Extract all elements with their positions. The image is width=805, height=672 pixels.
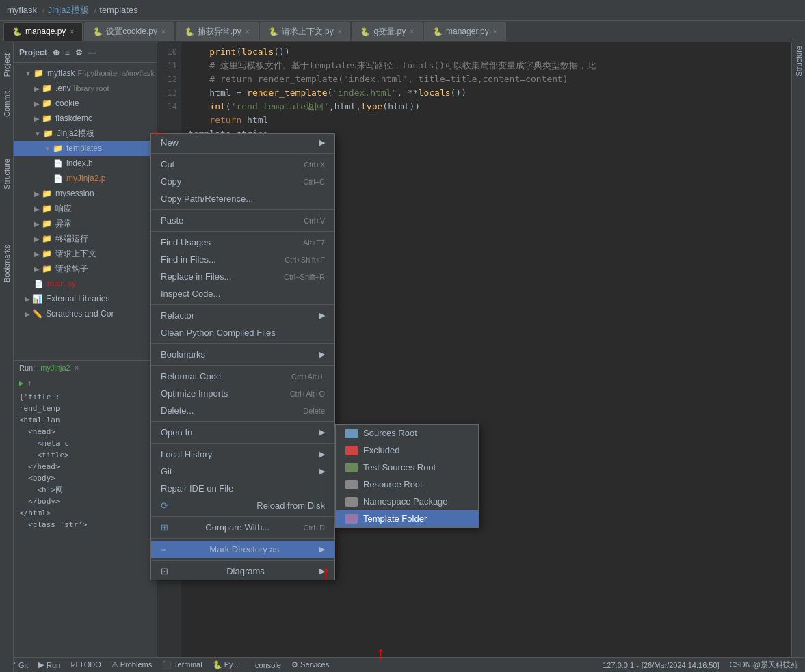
- chevron-root: ▼: [25, 70, 31, 77]
- tree-scratches[interactable]: ▶ ✏️ Scratches and Cor: [14, 306, 157, 321]
- status-terminal[interactable]: ⬛ Terminal: [162, 660, 202, 669]
- sub-excluded-label: Excluded: [363, 445, 399, 455]
- sub-sources-root[interactable]: Sources Root: [336, 425, 478, 442]
- toolbar-icon-3[interactable]: ⚙: [75, 48, 83, 57]
- toolbar-icon-1[interactable]: ⊕: [53, 48, 60, 57]
- status-services[interactable]: ⚙ Services: [291, 660, 329, 669]
- toolbar-icon-2[interactable]: ≡: [65, 48, 70, 57]
- line-num-11: 11: [168, 59, 177, 72]
- tab-setcookie-close[interactable]: ×: [161, 28, 166, 36]
- status-todo[interactable]: ☑ TODO: [70, 660, 101, 669]
- tab-exception[interactable]: 🐍 捕获异常.py ×: [176, 22, 259, 41]
- ctx-inspect[interactable]: Inspect Code...: [151, 285, 334, 302]
- ctx-open-in[interactable]: Open In ▶: [151, 424, 334, 441]
- chevron-reqctx: ▶: [34, 250, 40, 258]
- ctx-refactor[interactable]: Refactor ▶: [151, 307, 334, 324]
- sidebar-bookmarks-label[interactable]: Bookmarks: [1, 239, 12, 288]
- ctx-find-files[interactable]: Find in Files... Ctrl+Shift+F: [151, 251, 334, 268]
- tree-flaskdemo[interactable]: ▶ 📁 flaskdemo: [14, 111, 157, 126]
- tab-request-close[interactable]: ×: [338, 28, 342, 36]
- run-line-6: <title>: [19, 449, 151, 461]
- tab-manage[interactable]: 🐍 manage.py ×: [3, 22, 83, 41]
- sub-namespace-pkg-label: Namespace Package: [363, 496, 448, 507]
- ctx-open-in-label: Open In: [161, 427, 192, 438]
- tree-exception2[interactable]: ▶ 📁 异常: [14, 216, 157, 231]
- ctx-paste[interactable]: Paste Ctrl+V: [151, 212, 334, 229]
- tab-gvar-close[interactable]: ×: [410, 28, 414, 36]
- tree-cookie[interactable]: ▶ 📁 cookie: [14, 96, 157, 111]
- chevron-extlibs: ▶: [25, 295, 30, 303]
- ctx-delete[interactable]: Delete... Delete: [151, 402, 334, 419]
- ctx-local-history[interactable]: Local History ▶: [151, 446, 334, 463]
- ctx-reformat[interactable]: Reformat Code Ctrl+Alt+L: [151, 368, 334, 385]
- tree-mysession[interactable]: ▶ 📁 mysession: [14, 186, 157, 201]
- tree-root[interactable]: ▼ 📁 myflask F:\pythonitems\myflask: [14, 66, 157, 81]
- sub-excluded[interactable]: Excluded: [336, 442, 478, 459]
- tree-myjinja[interactable]: 📄 myJinja2.p: [14, 171, 157, 186]
- sidebar-commit-label[interactable]: Commit: [1, 85, 12, 122]
- tab-manage-close[interactable]: ×: [70, 28, 74, 36]
- ctx-reload[interactable]: ⟳ Reload from Disk: [151, 497, 334, 514]
- sidebar-project-label[interactable]: Project: [1, 48, 12, 82]
- title-project: myflask: [7, 5, 37, 15]
- tree-mainpy-label: main.py: [47, 279, 76, 288]
- tree-terminal[interactable]: ▶ 📁 终端运行: [14, 231, 157, 246]
- run-tab-myjinja[interactable]: myJinja2: [40, 364, 70, 372]
- ctx-clean[interactable]: Clean Python Compiled Files: [151, 324, 334, 341]
- context-menu: New ▶ Cut Ctrl+X Copy Ctrl+C Copy Path/R…: [150, 133, 335, 580]
- ctx-new[interactable]: New ▶: [151, 134, 334, 151]
- ctx-compare[interactable]: ⊞ Compare With... Ctrl+D: [151, 519, 334, 536]
- sub-namespace-pkg[interactable]: Namespace Package: [336, 493, 478, 510]
- ctx-find-usages[interactable]: Find Usages Alt+F7: [151, 234, 334, 251]
- sub-resource-root[interactable]: Resource Root: [336, 476, 478, 493]
- status-problems[interactable]: ⚠ Problems: [111, 660, 153, 669]
- ctx-mark-dir[interactable]: ≡ Mark Directory as ▶: [151, 541, 334, 558]
- tree-response[interactable]: ▶ 📁 响应: [14, 201, 157, 216]
- ctx-optimize[interactable]: Optimize Imports Ctrl+Alt+O: [151, 385, 334, 402]
- status-python[interactable]: 🐍 Py...: [213, 660, 239, 669]
- tree-extlibs-label: External Libraries: [46, 294, 109, 304]
- tree-templates[interactable]: ▼ 📁 templates: [14, 141, 157, 156]
- tree-mainpy[interactable]: 📄 main.py: [14, 276, 157, 291]
- status-run[interactable]: ▶ Run: [38, 660, 60, 669]
- tab-exception-close[interactable]: ×: [246, 28, 250, 36]
- ctx-repair[interactable]: Repair IDE on File: [151, 480, 334, 497]
- ctx-new-label: New: [161, 137, 179, 148]
- tab-setcookie[interactable]: 🐍 设置cookie.py ×: [84, 22, 174, 41]
- tab-request[interactable]: 🐍 请求上下文.py ×: [260, 22, 351, 41]
- tree-indexh-label: index.h: [66, 159, 93, 168]
- tab-manager-close[interactable]: ×: [493, 28, 497, 36]
- tree-root-label: myflask: [47, 68, 75, 78]
- ctx-copy[interactable]: Copy Ctrl+C: [151, 173, 334, 190]
- sub-test-sources[interactable]: Test Sources Root: [336, 459, 478, 476]
- tree-reqctx[interactable]: ▶ 📁 请求上下文: [14, 246, 157, 261]
- up-icon[interactable]: ↑: [27, 377, 32, 389]
- tab-gvar[interactable]: 🐍 g变量.py ×: [352, 22, 423, 41]
- status-bar: ⎇ Git ▶ Run ☑ TODO ⚠ Problems ⬛ Terminal…: [0, 657, 805, 672]
- ctx-copy-path[interactable]: Copy Path/Reference...: [151, 190, 334, 207]
- ctx-git[interactable]: Git ▶: [151, 463, 334, 480]
- ctx-sep4: [151, 304, 334, 305]
- ctx-cut[interactable]: Cut Ctrl+X: [151, 156, 334, 173]
- play-button[interactable]: ▶: [19, 377, 24, 389]
- sidebar-structure-label[interactable]: Structure: [1, 153, 12, 195]
- tree-jinja2[interactable]: ▼ 📁 Jinja2模板: [14, 126, 157, 141]
- sub-template-folder[interactable]: Template Folder: [336, 510, 478, 527]
- tab-manager[interactable]: 🐍 manager.py ×: [424, 22, 506, 41]
- ctx-sep3: [151, 231, 334, 232]
- tab-gvar-label: g变量.py: [373, 26, 406, 38]
- ctx-diagrams[interactable]: ⊡ Diagrams ▶: [151, 563, 334, 580]
- folder-icon-flaskdemo: 📁: [42, 113, 52, 123]
- ctx-delete-label: Delete...: [161, 405, 194, 416]
- status-console[interactable]: ...console: [249, 661, 281, 669]
- toolbar-icon-4[interactable]: —: [88, 48, 96, 57]
- tree-reqhook[interactable]: ▶ 📁 请求钩子: [14, 261, 157, 276]
- right-tab-structure[interactable]: Structure: [795, 46, 803, 77]
- tree-extlibs[interactable]: ▶ 📊 External Libraries: [14, 291, 157, 306]
- ctx-replace[interactable]: Replace in Files... Ctrl+Shift+R: [151, 268, 334, 285]
- run-tab-close[interactable]: ×: [75, 364, 79, 372]
- ctx-bookmarks[interactable]: Bookmarks ▶: [151, 346, 334, 363]
- tree-indexh[interactable]: 📄 index.h: [14, 156, 157, 171]
- tree-env[interactable]: ▶ 📁 .env library root: [14, 81, 157, 96]
- ctx-git-arrow: ▶: [319, 467, 325, 476]
